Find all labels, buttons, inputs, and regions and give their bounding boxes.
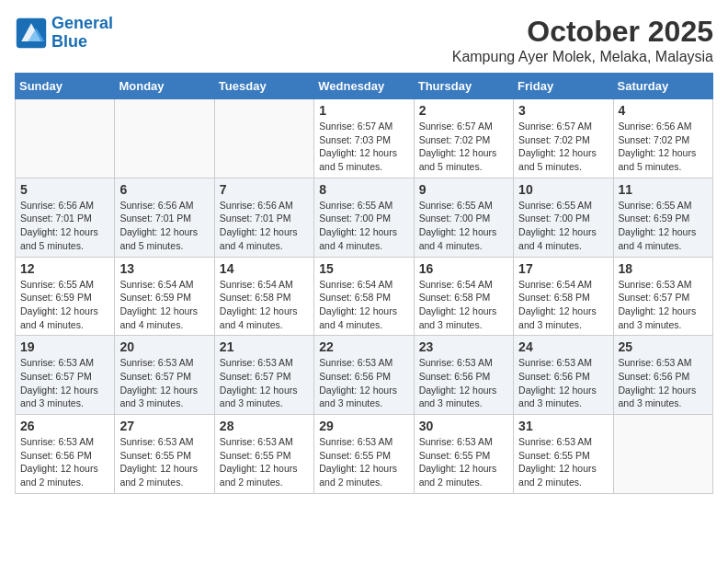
day-number: 27: [119, 419, 209, 433]
calendar-cell: 21Sunrise: 6:53 AM Sunset: 6:57 PM Dayli…: [214, 336, 313, 415]
calendar-cell: 19Sunrise: 6:53 AM Sunset: 6:57 PM Dayli…: [16, 336, 115, 415]
day-info: Sunrise: 6:53 AM Sunset: 6:55 PM Dayligh…: [319, 435, 408, 489]
day-info: Sunrise: 6:57 AM Sunset: 7:03 PM Dayligh…: [319, 120, 408, 174]
calendar-cell: 23Sunrise: 6:53 AM Sunset: 6:56 PM Dayli…: [414, 336, 513, 415]
logo-text: General Blue: [51, 15, 113, 52]
day-info: Sunrise: 6:55 AM Sunset: 6:59 PM Dayligh…: [619, 199, 708, 253]
calendar-cell: 7Sunrise: 6:56 AM Sunset: 7:01 PM Daylig…: [214, 178, 313, 257]
day-info: Sunrise: 6:53 AM Sunset: 6:57 PM Dayligh…: [119, 356, 209, 410]
calendar-cell: 14Sunrise: 6:54 AM Sunset: 6:58 PM Dayli…: [214, 257, 313, 336]
calendar-cell: 5Sunrise: 6:56 AM Sunset: 7:01 PM Daylig…: [16, 178, 115, 257]
day-info: Sunrise: 6:55 AM Sunset: 7:00 PM Dayligh…: [518, 199, 608, 253]
day-header-tuesday: Tuesday: [214, 74, 313, 99]
day-number: 19: [20, 339, 109, 354]
logo-general: General: [51, 14, 113, 32]
logo: General Blue: [15, 15, 113, 52]
location-title: Kampung Ayer Molek, Melaka, Malaysia: [452, 49, 713, 65]
calendar-table: SundayMondayTuesdayWednesdayThursdayFrid…: [15, 73, 713, 494]
day-number: 20: [119, 339, 209, 354]
calendar-cell: 24Sunrise: 6:53 AM Sunset: 6:56 PM Dayli…: [514, 336, 613, 415]
day-info: Sunrise: 6:53 AM Sunset: 6:56 PM Dayligh…: [619, 356, 708, 410]
day-info: Sunrise: 6:54 AM Sunset: 6:58 PM Dayligh…: [220, 278, 309, 332]
day-info: Sunrise: 6:56 AM Sunset: 7:01 PM Dayligh…: [220, 199, 309, 253]
day-info: Sunrise: 6:56 AM Sunset: 7:01 PM Dayligh…: [119, 199, 209, 253]
calendar-cell: 9Sunrise: 6:55 AM Sunset: 7:00 PM Daylig…: [414, 178, 513, 257]
day-info: Sunrise: 6:55 AM Sunset: 7:00 PM Dayligh…: [319, 199, 408, 253]
day-header-saturday: Saturday: [613, 74, 712, 99]
calendar-cell: 28Sunrise: 6:53 AM Sunset: 6:55 PM Dayli…: [214, 415, 313, 494]
calendar-cell: 25Sunrise: 6:53 AM Sunset: 6:56 PM Dayli…: [613, 336, 712, 415]
calendar-week-row: 5Sunrise: 6:56 AM Sunset: 7:01 PM Daylig…: [16, 178, 713, 257]
calendar-week-row: 19Sunrise: 6:53 AM Sunset: 6:57 PM Dayli…: [16, 336, 713, 415]
day-info: Sunrise: 6:53 AM Sunset: 6:56 PM Dayligh…: [518, 356, 608, 410]
day-info: Sunrise: 6:53 AM Sunset: 6:56 PM Dayligh…: [20, 435, 109, 489]
day-info: Sunrise: 6:54 AM Sunset: 6:58 PM Dayligh…: [419, 278, 508, 332]
day-info: Sunrise: 6:53 AM Sunset: 6:57 PM Dayligh…: [20, 356, 109, 410]
day-number: 22: [319, 339, 408, 354]
day-header-sunday: Sunday: [16, 74, 115, 99]
day-number: 4: [619, 103, 708, 118]
day-info: Sunrise: 6:54 AM Sunset: 6:58 PM Dayligh…: [518, 278, 608, 332]
day-number: 26: [20, 419, 109, 433]
day-info: Sunrise: 6:54 AM Sunset: 6:59 PM Dayligh…: [119, 278, 209, 332]
day-info: Sunrise: 6:53 AM Sunset: 6:57 PM Dayligh…: [220, 356, 309, 410]
calendar-cell: 18Sunrise: 6:53 AM Sunset: 6:57 PM Dayli…: [613, 257, 712, 336]
logo-icon: [15, 17, 48, 50]
day-info: Sunrise: 6:54 AM Sunset: 6:58 PM Dayligh…: [319, 278, 408, 332]
day-number: 31: [518, 419, 608, 433]
calendar-cell: 11Sunrise: 6:55 AM Sunset: 6:59 PM Dayli…: [613, 178, 712, 257]
day-number: 16: [419, 261, 508, 276]
day-info: Sunrise: 6:53 AM Sunset: 6:55 PM Dayligh…: [518, 435, 608, 489]
calendar-cell: [16, 99, 115, 178]
month-title: October 2025: [452, 15, 713, 49]
day-info: Sunrise: 6:53 AM Sunset: 6:55 PM Dayligh…: [119, 435, 209, 489]
day-number: 21: [220, 339, 309, 354]
day-info: Sunrise: 6:53 AM Sunset: 6:56 PM Dayligh…: [319, 356, 408, 410]
day-number: 7: [220, 182, 309, 197]
calendar-cell: 15Sunrise: 6:54 AM Sunset: 6:58 PM Dayli…: [314, 257, 414, 336]
calendar-cell: 13Sunrise: 6:54 AM Sunset: 6:59 PM Dayli…: [115, 257, 214, 336]
title-block: October 2025 Kampung Ayer Molek, Melaka,…: [452, 15, 713, 65]
day-number: 9: [419, 182, 508, 197]
calendar-cell: [613, 415, 712, 494]
calendar-cell: 4Sunrise: 6:56 AM Sunset: 7:02 PM Daylig…: [613, 99, 712, 178]
day-number: 30: [419, 419, 508, 433]
day-number: 29: [319, 419, 408, 433]
day-number: 2: [419, 103, 508, 118]
day-header-wednesday: Wednesday: [314, 74, 414, 99]
day-info: Sunrise: 6:53 AM Sunset: 6:55 PM Dayligh…: [419, 435, 508, 489]
calendar-cell: 17Sunrise: 6:54 AM Sunset: 6:58 PM Dayli…: [514, 257, 613, 336]
day-number: 10: [518, 182, 608, 197]
calendar-cell: 20Sunrise: 6:53 AM Sunset: 6:57 PM Dayli…: [115, 336, 214, 415]
calendar-cell: 26Sunrise: 6:53 AM Sunset: 6:56 PM Dayli…: [16, 415, 115, 494]
day-number: 28: [220, 419, 309, 433]
day-number: 23: [419, 339, 508, 354]
calendar-cell: 10Sunrise: 6:55 AM Sunset: 7:00 PM Dayli…: [514, 178, 613, 257]
day-info: Sunrise: 6:55 AM Sunset: 7:00 PM Dayligh…: [419, 199, 508, 253]
day-number: 14: [220, 261, 309, 276]
calendar-header-row: SundayMondayTuesdayWednesdayThursdayFrid…: [16, 74, 713, 99]
day-info: Sunrise: 6:57 AM Sunset: 7:02 PM Dayligh…: [518, 120, 608, 174]
day-number: 3: [518, 103, 608, 118]
day-info: Sunrise: 6:56 AM Sunset: 7:02 PM Dayligh…: [619, 120, 708, 174]
day-number: 24: [518, 339, 608, 354]
day-number: 13: [119, 261, 209, 276]
day-header-friday: Friday: [514, 74, 613, 99]
calendar-cell: 27Sunrise: 6:53 AM Sunset: 6:55 PM Dayli…: [115, 415, 214, 494]
calendar-cell: 3Sunrise: 6:57 AM Sunset: 7:02 PM Daylig…: [514, 99, 613, 178]
day-number: 5: [20, 182, 109, 197]
day-info: Sunrise: 6:55 AM Sunset: 6:59 PM Dayligh…: [20, 278, 109, 332]
calendar-cell: 16Sunrise: 6:54 AM Sunset: 6:58 PM Dayli…: [414, 257, 513, 336]
day-number: 8: [319, 182, 408, 197]
day-info: Sunrise: 6:56 AM Sunset: 7:01 PM Dayligh…: [20, 199, 109, 253]
day-info: Sunrise: 6:53 AM Sunset: 6:56 PM Dayligh…: [419, 356, 508, 410]
day-info: Sunrise: 6:57 AM Sunset: 7:02 PM Dayligh…: [419, 120, 508, 174]
day-header-thursday: Thursday: [414, 74, 513, 99]
day-number: 25: [619, 339, 708, 354]
day-number: 1: [319, 103, 408, 118]
calendar-cell: 2Sunrise: 6:57 AM Sunset: 7:02 PM Daylig…: [414, 99, 513, 178]
calendar-week-row: 26Sunrise: 6:53 AM Sunset: 6:56 PM Dayli…: [16, 415, 713, 494]
day-number: 17: [518, 261, 608, 276]
calendar-cell: [115, 99, 214, 178]
calendar-cell: 6Sunrise: 6:56 AM Sunset: 7:01 PM Daylig…: [115, 178, 214, 257]
